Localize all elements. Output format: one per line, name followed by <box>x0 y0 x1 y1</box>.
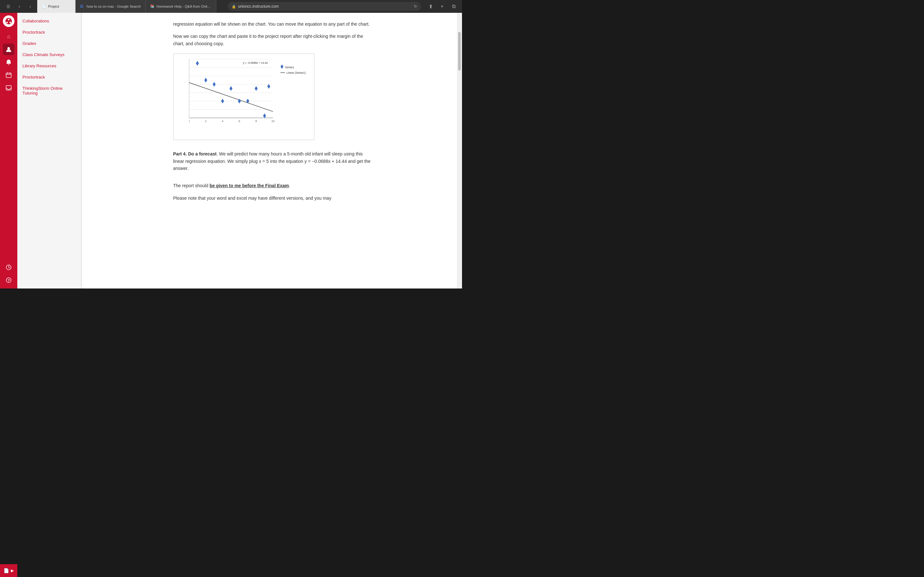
tabs-bar: 📄 Project G how to ss on mac - Google Se… <box>37 0 223 13</box>
svg-text:0: 0 <box>189 119 190 123</box>
sidebar-toggle-button[interactable]: ☰ <box>4 2 13 11</box>
final-text-underline: be given to me before the Final Exam <box>210 183 289 188</box>
sidebar-item-collaborations[interactable]: Collaborations <box>17 15 81 27</box>
notifications-icon[interactable] <box>3 56 15 68</box>
svg-point-1 <box>8 19 10 21</box>
paragraph-copy: Now we can copy the chart and paste it t… <box>173 33 372 47</box>
browser-chrome: ☰ ‹ › 📄 Project G how to ss on mac - Goo… <box>0 0 462 13</box>
reload-icon[interactable]: ↻ <box>414 4 417 9</box>
tab-project-title: Project <box>48 5 59 8</box>
paragraph-final: The report should be given to me before … <box>173 182 372 189</box>
canvas-logo[interactable] <box>3 15 15 27</box>
tab-coursehero-favicon: 📚 <box>150 4 155 9</box>
sidebar-item-grades[interactable]: Grades <box>17 38 81 49</box>
inbox-icon[interactable] <box>3 82 15 93</box>
paragraph-note: Please note that your word and excel may… <box>173 195 372 201</box>
svg-text:6: 6 <box>238 119 240 123</box>
tab-coursehero[interactable]: 📚 Homework Help - Q&A from Online Tutors… <box>145 0 216 13</box>
svg-text:10: 10 <box>271 119 275 123</box>
calendar-icon[interactable] <box>3 69 15 81</box>
paragraph-regression: regression equation will be shown on the… <box>173 21 372 27</box>
tab-coursehero-title: Homework Help - Q&A from Online Tutors -… <box>157 5 212 8</box>
browser-actions: ⬆ + ⧉ <box>426 2 458 11</box>
browser-controls: ☰ ‹ › <box>4 2 35 11</box>
svg-marker-47 <box>254 86 257 91</box>
scrollbar-thumb[interactable] <box>458 32 461 71</box>
part4-paragraph: Part 4. Do a forecast. We will predict h… <box>173 150 372 172</box>
address-bar[interactable]: 🔒 unioncc.instructure.com ↻ <box>228 2 421 11</box>
part4-label: Part 4. Do a forecast <box>173 151 216 156</box>
svg-marker-46 <box>246 99 249 103</box>
tab-project[interactable]: 📄 Project <box>37 0 76 13</box>
lock-icon: 🔒 <box>232 5 236 9</box>
sidebar-item-proctortrack2[interactable]: Proctortrack <box>17 71 81 83</box>
svg-marker-48 <box>263 113 266 118</box>
final-text-end: . <box>289 183 290 188</box>
svg-marker-50 <box>280 64 283 69</box>
svg-point-2 <box>6 22 8 23</box>
back-button[interactable]: ‹ <box>15 2 24 11</box>
svg-point-3 <box>10 22 11 23</box>
svg-text:4: 4 <box>222 119 223 123</box>
address-text: unioncc.instructure.com <box>238 4 279 9</box>
svg-text:Linear (Series1): Linear (Series1) <box>286 71 305 74</box>
svg-marker-40 <box>196 61 199 66</box>
final-text-before: The report should <box>173 183 210 188</box>
svg-marker-41 <box>204 78 207 83</box>
scatter-chart: 15 14.8 14.6 14.4 14.2 14 13.8 13.6 0 2 … <box>173 53 314 140</box>
content-inner: regression equation will be shown on the… <box>154 13 385 226</box>
sidebar-item-library-resources[interactable]: Library Resources <box>17 60 81 71</box>
part4-section: Part 4. Do a forecast. We will predict h… <box>173 150 372 172</box>
sidebar-item-class-climate[interactable]: Class Climate Surveys <box>17 49 81 60</box>
content-area: regression equation will be shown on the… <box>81 13 457 288</box>
home-icon[interactable]: ⌂ <box>3 31 15 42</box>
main-layout: ⌂ <box>0 13 462 288</box>
svg-marker-42 <box>212 82 215 87</box>
svg-marker-44 <box>229 86 232 91</box>
tab-google[interactable]: G how to ss on mac - Google Search <box>76 0 145 13</box>
forward-button[interactable]: › <box>26 2 35 11</box>
sidebar-item-proctortrack1[interactable]: Proctortrack <box>17 27 81 38</box>
new-tab-button[interactable]: + <box>438 2 447 11</box>
svg-marker-49 <box>267 84 270 89</box>
sidebar-item-thinkingstorm[interactable]: ThinkingStorm Online Tutoring <box>17 83 81 99</box>
tab-google-title: how to ss on mac - Google Search <box>87 5 141 8</box>
sidebar-nav: Collaborations Proctortrack Grades Class… <box>17 13 81 288</box>
user-icon[interactable] <box>3 44 15 55</box>
svg-text:y = -0.0688x + 14.44: y = -0.0688x + 14.44 <box>243 61 268 65</box>
tab-project-favicon: 📄 <box>42 4 46 9</box>
share-button[interactable]: ⬆ <box>426 2 435 11</box>
svg-rect-5 <box>6 73 11 77</box>
svg-text:2: 2 <box>205 119 207 123</box>
windows-button[interactable]: ⧉ <box>449 2 458 11</box>
help-icon[interactable]: ? <box>3 274 15 286</box>
svg-point-4 <box>7 47 10 50</box>
svg-text:8: 8 <box>255 119 257 123</box>
svg-marker-43 <box>221 99 224 103</box>
svg-text:Series1: Series1 <box>285 66 294 69</box>
chart-svg: 15 14.8 14.6 14.4 14.2 14 13.8 13.6 0 2 … <box>189 58 309 129</box>
svg-text:?: ? <box>8 279 10 282</box>
history-icon[interactable] <box>3 261 15 273</box>
right-panel <box>457 13 462 288</box>
icon-bar: ⌂ <box>0 13 17 288</box>
tab-google-favicon: G <box>80 4 85 9</box>
